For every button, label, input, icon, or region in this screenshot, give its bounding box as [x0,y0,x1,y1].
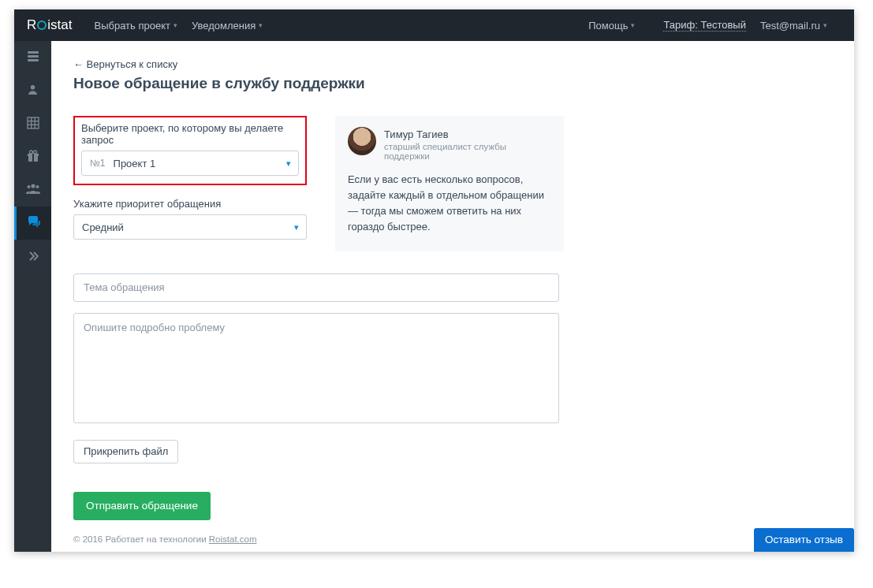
priority-select-label: Укажите приоритет обращения [73,198,307,210]
svg-rect-2 [28,59,39,61]
sidebar-item-users[interactable] [14,173,51,207]
chevron-down-icon: ▾ [823,21,827,29]
logo-suffix: istat [47,17,72,33]
svg-rect-4 [28,117,39,128]
priority-select-value: Средний [82,221,124,233]
svg-point-14 [31,184,35,188]
back-link[interactable]: ← Вернуться к списку [73,58,834,70]
logo-prefix: R [27,17,36,33]
user-email: Test@mail.ru [760,20,820,32]
grid-icon [27,117,39,132]
attach-file-button[interactable]: Прикрепить файл [73,440,178,463]
chat-icon [28,216,41,230]
specialist-info-box: Тимур Тагиев старший специалист службы п… [335,116,564,251]
sidebar-item-gift[interactable] [14,140,51,173]
users-icon [26,183,40,197]
svg-point-16 [35,185,39,188]
tariff-link[interactable]: Тариф: Тестовый [663,19,746,32]
logo-dot-icon [37,20,47,30]
project-selector[interactable]: Выбрать проект ▾ [94,20,177,32]
sidebar-item-expand[interactable] [14,240,51,273]
sidebar [14,41,51,552]
sidebar-item-server[interactable] [14,41,51,74]
feedback-button[interactable]: Оставить отзыв [754,528,854,552]
sidebar-item-chat[interactable] [14,207,51,240]
user-menu[interactable]: Test@mail.ru ▾ [760,20,827,32]
project-selector-label: Выбрать проект [94,20,170,32]
project-number: №1 [90,158,106,169]
specialist-name: Тимур Тагиев [384,128,550,140]
sidebar-item-grid[interactable] [14,107,51,140]
main-content: ← Вернуться к списку Новое обращение в с… [51,41,854,552]
chevron-down-icon: ▾ [631,21,635,29]
notifications-label: Уведомления [192,20,256,32]
specialist-hint: Если у вас есть несколько вопросов, зада… [348,172,550,236]
project-select-highlight: Выберите проект, по которому вы делаете … [73,116,307,185]
gift-icon [27,150,39,165]
description-textarea[interactable] [73,313,559,423]
top-bar: R istat Выбрать проект ▾ Уведомления ▾ П… [14,9,854,41]
svg-point-15 [27,185,30,188]
priority-select[interactable]: Средний [73,214,307,240]
svg-point-12 [29,151,32,154]
page-title: Новое обращение в службу поддержки [73,75,834,92]
project-select[interactable]: №1 Проект 1 [81,151,299,176]
project-select-label: Выберите проект, по которому вы делаете … [81,122,299,146]
footer-link[interactable]: Roistat.com [209,534,257,544]
help-label: Помощь [588,20,628,32]
project-select-value: Проект 1 [114,158,156,169]
footer: © 2016 Работает на технологии Roistat.co… [73,520,834,544]
subject-input[interactable] [73,274,559,302]
specialist-role: старший специалист службы поддержки [384,142,550,161]
help-link[interactable]: Помощь ▾ [588,20,635,32]
specialist-avatar [348,127,376,155]
user-icon [27,84,39,98]
notifications-link[interactable]: Уведомления ▾ [192,20,263,32]
svg-point-13 [33,151,36,154]
svg-rect-11 [32,154,34,162]
sidebar-item-user[interactable] [14,74,51,107]
chevron-down-icon: ▾ [259,21,263,29]
svg-rect-1 [28,55,39,58]
expand-icon [28,250,39,263]
chevron-down-icon: ▾ [173,21,177,29]
svg-rect-0 [28,51,39,54]
svg-point-3 [31,85,35,90]
submit-button[interactable]: Отправить обращение [73,492,211,520]
footer-copyright: © 2016 Работает на технологии [73,534,209,544]
logo[interactable]: R istat [27,17,72,33]
server-icon [27,50,39,65]
